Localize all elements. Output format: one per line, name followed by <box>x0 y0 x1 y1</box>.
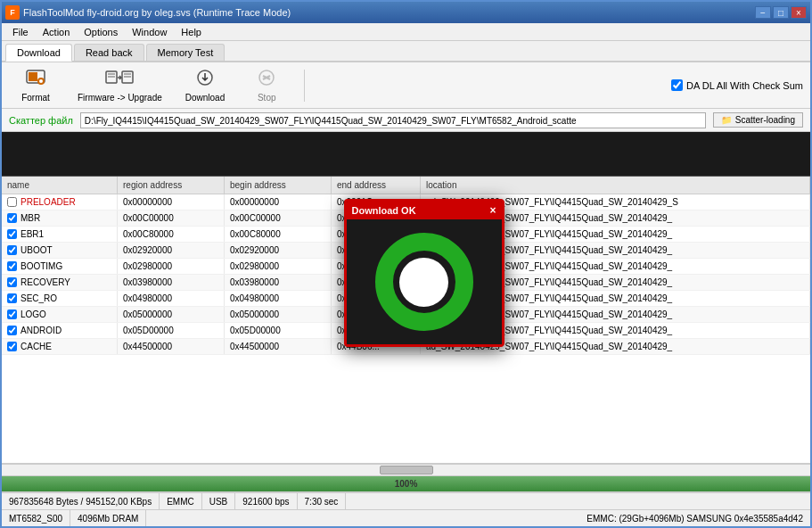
download-ok-dialog: Download OK × <box>344 199 504 347</box>
donut-chart <box>375 233 473 331</box>
dialog-overlay: Download OK × <box>2 2 810 526</box>
donut-center <box>399 258 448 307</box>
dialog-body <box>347 219 502 344</box>
main-window: F FlashToolMod fly-droid.org by oleg.svs… <box>0 0 812 528</box>
dialog-close-button[interactable]: × <box>489 204 496 217</box>
dialog-title: Download OK <box>352 205 416 216</box>
dialog-title-bar: Download OK × <box>347 202 502 219</box>
